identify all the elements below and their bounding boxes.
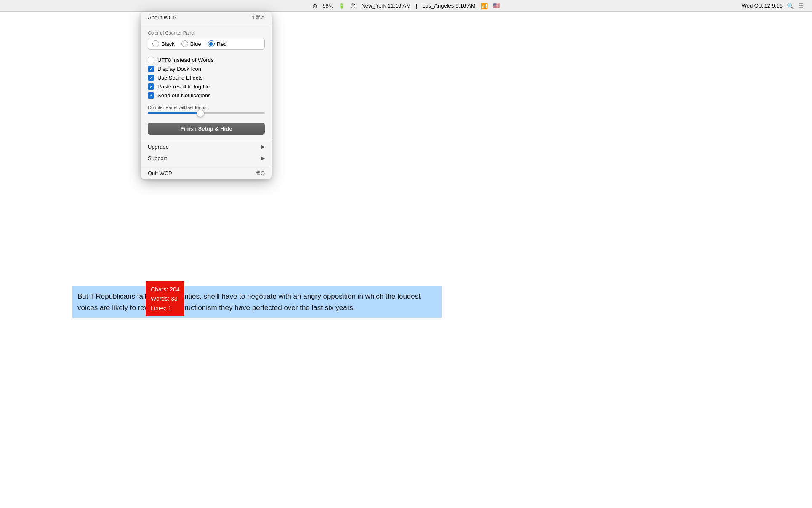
chars-row: Chars: 204 xyxy=(151,285,179,294)
checkbox-sound-label: Use Sound Effects xyxy=(157,75,202,81)
content-area xyxy=(0,12,812,508)
color-panel-section: Color of Counter Panel Black Blue Red xyxy=(141,27,272,54)
checkbox-utf8-label: UTF8 instead of Words xyxy=(157,57,213,63)
checkbox-dock-label: Display Dock Icon xyxy=(157,66,201,72)
menubar-right: Wed Oct 12 9:16 🔍 ☰ xyxy=(742,3,804,9)
about-wcp-item[interactable]: About WCP ⇧⌘A xyxy=(141,12,272,23)
slider-label: Counter Panel will last for 5s xyxy=(148,105,265,110)
divider-3 xyxy=(141,166,272,166)
time-machine-icon: ⏱ xyxy=(350,3,356,9)
color-options: Black Blue Red xyxy=(148,38,265,50)
checkbox-paste-box xyxy=(148,83,154,90)
quit-item[interactable]: Quit WCP ⌘Q xyxy=(141,168,272,179)
divider-1 xyxy=(141,25,272,25)
color-black-label: Black xyxy=(161,41,175,47)
los-angeles-time: Los_Angeles 9:16 AM xyxy=(422,3,475,9)
support-arrow: ▶ xyxy=(261,155,265,161)
checkbox-utf8[interactable]: UTF8 instead of Words xyxy=(148,56,265,64)
slider-track[interactable] xyxy=(148,112,265,114)
color-red-option[interactable]: Red xyxy=(208,40,227,47)
support-item[interactable]: Support ▶ xyxy=(141,152,272,164)
checkboxes-section: UTF8 instead of Words Display Dock Icon … xyxy=(141,54,272,103)
quit-shortcut: ⌘Q xyxy=(255,170,265,176)
battery-percent: 98% xyxy=(322,3,333,9)
wifi-icon: 📶 xyxy=(481,3,488,9)
lines-row: Lines: 1 xyxy=(151,304,179,313)
lines-value: 1 xyxy=(168,305,171,312)
checkbox-dock-box xyxy=(148,66,154,72)
checkbox-dock[interactable]: Display Dock Icon xyxy=(148,64,265,73)
color-blue-label: Blue xyxy=(190,41,201,47)
battery-icon: 🔋 xyxy=(338,3,345,9)
new-york-time: New_York 11:16 AM xyxy=(361,3,410,9)
about-wcp-label: About WCP xyxy=(148,14,176,21)
support-label: Support xyxy=(148,155,167,161)
chars-label: Chars: xyxy=(151,286,168,293)
menubar-center: ⊙ 98% 🔋 ⏱ New_York 11:16 AM | Los_Angele… xyxy=(312,3,499,9)
upgrade-arrow: ▶ xyxy=(261,144,265,150)
slider-thumb[interactable] xyxy=(197,110,204,117)
upgrade-item[interactable]: Upgrade ▶ xyxy=(141,141,272,152)
search-icon[interactable]: 🔍 xyxy=(787,3,794,9)
counter-panel: Chars: 204 Words: 33 Lines: 1 xyxy=(146,281,184,316)
checkbox-paste-label: Paste result to log file xyxy=(157,83,210,90)
checkbox-sound-box xyxy=(148,75,154,81)
words-value: 33 xyxy=(171,295,178,302)
color-black-option[interactable]: Black xyxy=(152,40,175,47)
checkbox-sound[interactable]: Use Sound Effects xyxy=(148,73,265,82)
datetime: Wed Oct 12 9:16 xyxy=(742,3,783,9)
slider-section: Counter Panel will last for 5s xyxy=(141,103,272,120)
wcp-icon[interactable]: ⊙ xyxy=(312,3,317,9)
checkbox-notify-box xyxy=(148,92,154,99)
about-wcp-shortcut: ⇧⌘A xyxy=(251,14,265,21)
separator: | xyxy=(416,3,417,9)
chars-value: 204 xyxy=(170,286,179,293)
selected-text: But if Republicans fail to win majoritie… xyxy=(72,286,442,318)
menubar: ⊙ 98% 🔋 ⏱ New_York 11:16 AM | Los_Angele… xyxy=(0,0,812,12)
radio-red xyxy=(208,40,215,47)
words-label: Words: xyxy=(151,295,169,302)
dropdown-menu: About WCP ⇧⌘A Color of Counter Panel Bla… xyxy=(141,12,272,179)
checkbox-paste[interactable]: Paste result to log file xyxy=(148,82,265,91)
color-red-label: Red xyxy=(217,41,227,47)
color-panel-label: Color of Counter Panel xyxy=(148,30,265,35)
radio-black xyxy=(152,40,159,47)
upgrade-label: Upgrade xyxy=(148,144,169,150)
selected-text-content: But if Republicans fail to win majoritie… xyxy=(77,292,421,312)
lines-label: Lines: xyxy=(151,305,166,312)
checkbox-utf8-box xyxy=(148,57,154,63)
divider-2 xyxy=(141,139,272,139)
radio-blue xyxy=(181,40,188,47)
menu-icon[interactable]: ☰ xyxy=(798,3,804,9)
words-row: Words: 33 xyxy=(151,294,179,303)
checkbox-notify[interactable]: Send out Notifications xyxy=(148,91,265,100)
color-blue-option[interactable]: Blue xyxy=(181,40,201,47)
finish-setup-button[interactable]: Finish Setup & Hide xyxy=(148,123,265,135)
flag-icon: 🇺🇸 xyxy=(493,3,500,9)
quit-label: Quit WCP xyxy=(148,170,172,176)
checkbox-notify-label: Send out Notifications xyxy=(157,92,210,99)
